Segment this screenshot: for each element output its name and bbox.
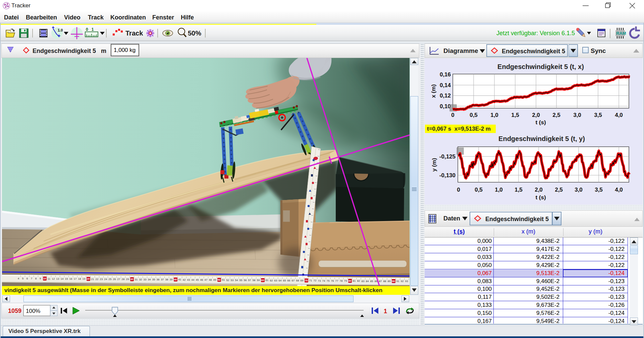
- svg-text:84: 84: [366, 280, 369, 283]
- svg-text:9: 9: [40, 277, 41, 280]
- svg-text:0,12: 0,12: [440, 92, 451, 99]
- svg-text:67: 67: [292, 279, 295, 282]
- svg-text:1059: 1059: [8, 308, 21, 314]
- svg-text:3,5: 3,5: [595, 187, 603, 193]
- svg-text:56: 56: [244, 279, 247, 282]
- svg-text:1,5: 1,5: [515, 187, 523, 193]
- svg-text:1,5: 1,5: [511, 112, 519, 118]
- svg-text:91: 91: [396, 280, 399, 283]
- svg-text:1.0: 1.0: [58, 28, 63, 32]
- svg-text:5: 5: [22, 277, 24, 280]
- svg-text:22: 22: [96, 278, 99, 281]
- svg-text:37: 37: [161, 278, 164, 281]
- svg-text:-0,130: -0,130: [439, 172, 455, 179]
- svg-text:89: 89: [388, 280, 391, 283]
- svg-text:50%: 50%: [188, 29, 201, 37]
- svg-text:20: 20: [87, 277, 90, 280]
- svg-text:78: 78: [340, 279, 343, 282]
- svg-text:38: 38: [165, 278, 168, 281]
- svg-text:51: 51: [222, 278, 225, 281]
- svg-text:48: 48: [209, 278, 212, 281]
- svg-text:35: 35: [152, 278, 155, 281]
- svg-text:2,0: 2,0: [535, 187, 543, 193]
- svg-text:46: 46: [200, 278, 203, 281]
- svg-text:58: 58: [253, 279, 256, 282]
- svg-text:8: 8: [35, 277, 37, 280]
- svg-text:70: 70: [305, 279, 308, 282]
- svg-text:25: 25: [109, 278, 112, 281]
- svg-text:45: 45: [196, 278, 199, 281]
- svg-text:93: 93: [405, 280, 408, 283]
- svg-text:0 1: 0 1: [86, 27, 94, 32]
- svg-text:61: 61: [266, 279, 269, 282]
- svg-text:33: 33: [144, 278, 147, 281]
- svg-text:82: 82: [357, 279, 360, 282]
- svg-text:39: 39: [170, 278, 173, 281]
- svg-text:1,0: 1,0: [495, 187, 503, 193]
- svg-text:t=0,067 s x=9,513E-2 m: t=0,067 s x=9,513E-2 m: [427, 126, 491, 132]
- svg-text:31: 31: [135, 278, 138, 281]
- svg-text:2,5: 2,5: [555, 187, 563, 193]
- svg-text:Track: Track: [125, 29, 143, 37]
- svg-text:24: 24: [104, 278, 107, 281]
- svg-text:x (m): x (m): [430, 84, 437, 98]
- svg-text:7: 7: [31, 277, 33, 280]
- svg-text:4,0: 4,0: [615, 112, 623, 118]
- svg-text:1,0: 1,0: [490, 112, 498, 118]
- svg-text:t (s): t (s): [535, 119, 546, 126]
- svg-text:72: 72: [314, 279, 317, 282]
- svg-text:49: 49: [213, 278, 216, 281]
- svg-text:2,5: 2,5: [552, 112, 560, 118]
- svg-text:0: 0: [457, 187, 460, 193]
- svg-text:50: 50: [218, 278, 221, 281]
- svg-text:75: 75: [327, 279, 330, 282]
- svg-text:40: 40: [174, 278, 177, 281]
- svg-text:100%: 100%: [26, 308, 40, 314]
- svg-text:1: 1: [384, 308, 387, 315]
- svg-text:43: 43: [187, 278, 190, 281]
- svg-text:Jetzt verfügbar: Version 6.1.5: Jetzt verfügbar: Version 6.1.5: [496, 30, 575, 37]
- svg-text:14: 14: [61, 277, 64, 280]
- svg-text:80: 80: [348, 279, 352, 282]
- svg-text:y (m): y (m): [431, 158, 437, 172]
- svg-text:83: 83: [362, 280, 365, 283]
- svg-text:77: 77: [335, 279, 338, 282]
- svg-text:16: 16: [69, 277, 72, 280]
- svg-text:34: 34: [148, 278, 151, 281]
- svg-text:2,0: 2,0: [532, 112, 540, 118]
- svg-text:6: 6: [26, 277, 28, 280]
- svg-text:53: 53: [231, 279, 234, 282]
- svg-text:3,0: 3,0: [575, 187, 583, 193]
- svg-text:60: 60: [261, 279, 264, 282]
- svg-text:-0,125: -0,125: [439, 153, 455, 160]
- svg-text:29: 29: [126, 278, 129, 281]
- svg-text:3,5: 3,5: [594, 112, 602, 118]
- svg-text:13: 13: [56, 277, 59, 280]
- svg-text:36: 36: [157, 278, 160, 281]
- svg-text:79: 79: [344, 279, 347, 282]
- svg-text:RAM: RAM: [616, 31, 626, 36]
- svg-text:74: 74: [322, 279, 325, 282]
- svg-text:26: 26: [113, 278, 116, 281]
- svg-text:71: 71: [309, 279, 312, 282]
- svg-text:66: 66: [287, 279, 290, 282]
- svg-text:0,14: 0,14: [440, 82, 451, 88]
- svg-text:73: 73: [318, 279, 321, 282]
- svg-text:62: 62: [270, 279, 273, 282]
- svg-text:11: 11: [48, 277, 51, 280]
- svg-text:Endgeschwindigkeit 5 (t, y): Endgeschwindigkeit 5 (t, y): [498, 135, 585, 142]
- svg-text:0,16: 0,16: [440, 71, 451, 78]
- svg-text:90: 90: [392, 280, 395, 283]
- svg-text:41: 41: [178, 278, 181, 281]
- svg-text:23: 23: [100, 278, 103, 281]
- svg-text:19: 19: [83, 277, 86, 280]
- svg-text:64: 64: [279, 279, 282, 282]
- svg-text:69: 69: [301, 279, 304, 282]
- svg-text:44: 44: [192, 278, 195, 281]
- svg-text:10: 10: [43, 277, 46, 280]
- svg-text:81: 81: [353, 279, 356, 282]
- svg-text:21: 21: [91, 278, 94, 281]
- svg-text:85: 85: [370, 280, 373, 283]
- svg-text:55: 55: [239, 279, 243, 282]
- svg-text:0,5: 0,5: [470, 112, 478, 118]
